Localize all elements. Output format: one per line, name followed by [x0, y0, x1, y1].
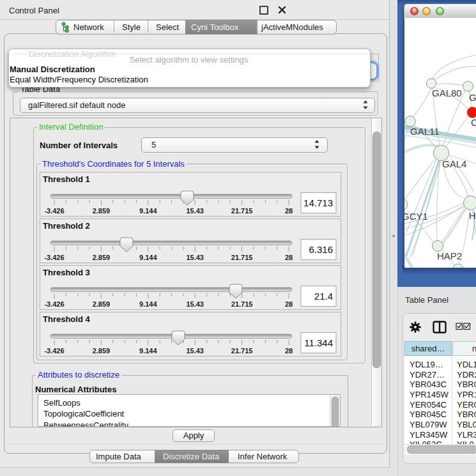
svg-text:28: 28: [285, 300, 293, 308]
svg-text:21.4: 21.4: [314, 291, 333, 302]
svg-text:-3.426: -3.426: [44, 347, 64, 355]
svg-text:15.43: 15.43: [186, 207, 204, 215]
svg-text:2.859: 2.859: [93, 254, 111, 261]
svg-text:-3.426: -3.426: [44, 254, 64, 261]
svg-text:-3.426: -3.426: [44, 207, 64, 215]
svg-text:9.144: 9.144: [139, 207, 157, 215]
svg-text:21.715: 21.715: [231, 300, 253, 308]
svg-text:21.715: 21.715: [231, 347, 253, 355]
svg-text:9.144: 9.144: [139, 254, 157, 261]
svg-text:2.859: 2.859: [93, 300, 111, 308]
svg-text:11.344: 11.344: [304, 337, 333, 348]
svg-text:15.43: 15.43: [186, 254, 204, 261]
svg-text:14.713: 14.713: [303, 197, 333, 208]
svg-text:GCY1: GCY1: [404, 211, 428, 222]
svg-text:28: 28: [285, 347, 293, 355]
svg-text:9.144: 9.144: [139, 300, 157, 308]
svg-text:28: 28: [285, 207, 293, 215]
svg-text:9.144: 9.144: [139, 347, 157, 355]
svg-text:Threshold 1: Threshold 1: [43, 174, 90, 184]
svg-text:28: 28: [285, 254, 293, 261]
svg-text:15.43: 15.43: [186, 300, 204, 308]
svg-text:2.859: 2.859: [93, 347, 111, 355]
svg-text:6.316: 6.316: [309, 244, 333, 255]
svg-text:GAL80: GAL80: [432, 88, 462, 98]
svg-text:G.: G.: [469, 92, 476, 103]
svg-text:Threshold 4: Threshold 4: [43, 314, 90, 324]
svg-text:HAP2: HAP2: [437, 250, 462, 261]
svg-text:GAL4: GAL4: [442, 158, 466, 169]
svg-text:C: C: [471, 117, 476, 128]
svg-text:21.715: 21.715: [231, 254, 253, 261]
svg-text:-3.426: -3.426: [44, 300, 64, 308]
svg-text:15.43: 15.43: [186, 347, 204, 355]
svg-text:GAL11: GAL11: [410, 126, 440, 137]
svg-text:Threshold 2: Threshold 2: [43, 221, 90, 231]
svg-text:2.859: 2.859: [93, 207, 111, 215]
svg-text:Threshold 3: Threshold 3: [43, 268, 90, 277]
svg-text:H: H: [469, 210, 476, 221]
svg-text:21.715: 21.715: [231, 207, 253, 215]
